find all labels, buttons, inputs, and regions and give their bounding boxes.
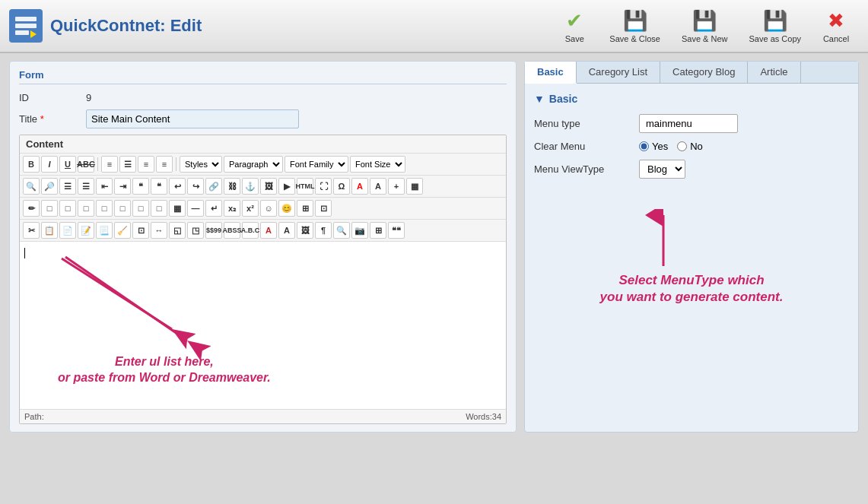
font2-button[interactable]: A	[260, 222, 277, 239]
toolbar-row-1: B I U ABC ≡ ☰ ≡ ≡ Styles Paragraph Font …	[20, 154, 506, 176]
edit2-button[interactable]: □	[41, 200, 58, 217]
toolbar-row-2: 🔍 🔎 ☰ ☰ ⇤ ⇥ ❝ ❝ ↩ ↪ 🔗 ⛓ ⚓ 🖼 ▶ HTML ⛶ Ω A…	[20, 176, 506, 198]
sup-button[interactable]: x²	[242, 200, 259, 217]
align-left-button[interactable]: ≡	[101, 156, 118, 173]
annotation-container-right: Select MenuType which you want to genera…	[534, 201, 849, 313]
toolbar-row-3: ✏ □ □ □ □ □ □ □ ▦ — ↵ x₂ x² ☺ 😊 ⊞ ⊡	[20, 198, 506, 220]
cancel-label: Cancel	[823, 34, 849, 43]
media2-button[interactable]: ⊞	[297, 200, 313, 217]
save-new-button[interactable]: 💾 Save & New	[672, 5, 737, 48]
move-button[interactable]: ↔	[151, 222, 167, 239]
indent-button[interactable]: ⇥	[114, 178, 131, 195]
cleanup-button[interactable]: 🧹	[114, 222, 131, 239]
unlink-button[interactable]: ⛓	[224, 178, 240, 195]
sub-button[interactable]: x₂	[224, 200, 240, 217]
menu-type-row: Menu type	[534, 114, 849, 133]
word-button[interactable]: ABSS	[224, 222, 240, 239]
tab-article[interactable]: Article	[748, 62, 800, 83]
table-button[interactable]: ▦	[406, 178, 423, 195]
cut-button[interactable]: ✂	[23, 222, 40, 239]
img2-button[interactable]: 📷	[351, 222, 368, 239]
insert-button[interactable]: +	[388, 178, 405, 195]
radio-no-label[interactable]: No	[677, 141, 703, 152]
resize-button[interactable]: ◱	[169, 222, 186, 239]
menu-viewtype-select[interactable]: Blog	[639, 160, 685, 179]
save-close-button[interactable]: 💾 Save & Close	[600, 5, 669, 48]
dollar-button[interactable]: $$99	[205, 222, 222, 239]
find2-button[interactable]: 🔎	[41, 178, 58, 195]
media3-button[interactable]: ⊞	[370, 222, 386, 239]
save-close-icon: 💾	[623, 9, 647, 33]
resize2-button[interactable]: ◳	[187, 222, 204, 239]
media-button[interactable]: ▶	[278, 178, 295, 195]
tab-basic[interactable]: Basic	[525, 62, 577, 84]
redo-button[interactable]: ↪	[187, 178, 204, 195]
edit3-button[interactable]: □	[59, 200, 76, 217]
copy-button[interactable]: 📋	[41, 222, 58, 239]
align-right-button[interactable]: ≡	[138, 156, 154, 173]
title-input[interactable]	[86, 109, 299, 128]
bgcolor-button[interactable]: A	[370, 178, 386, 195]
fontcolor-button[interactable]: A	[351, 178, 368, 195]
emoji-button[interactable]: ☺	[260, 200, 277, 217]
blockquote2-button[interactable]: ❝	[151, 178, 167, 195]
undo-button[interactable]: ↩	[169, 178, 186, 195]
strikethrough-button[interactable]: ABC	[78, 156, 94, 173]
save-copy-button[interactable]: 💾 Save as Copy	[740, 5, 810, 48]
outdent-button[interactable]: ⇤	[96, 178, 113, 195]
abc-button[interactable]: A.B.C	[242, 222, 259, 239]
underline-button[interactable]: U	[59, 156, 76, 173]
smiley-button[interactable]: 😊	[278, 200, 295, 217]
cancel-button[interactable]: ✖ Cancel	[813, 5, 859, 48]
editor-area[interactable]: Enter ul list here, or paste from Word o…	[20, 242, 506, 409]
italic-button[interactable]: I	[41, 156, 58, 173]
title-label: Title	[19, 113, 80, 125]
paste-button[interactable]: 📄	[59, 222, 76, 239]
save-button[interactable]: ✔ Save	[552, 5, 597, 48]
nbsp-button[interactable]: ⊡	[315, 200, 332, 217]
radio-no-input[interactable]	[677, 141, 687, 151]
hr-button[interactable]: —	[187, 200, 204, 217]
header-left: QuickContnet: Edit	[9, 9, 552, 43]
font3-button[interactable]: A	[278, 222, 295, 239]
blockquote-button[interactable]: ❝	[132, 178, 149, 195]
link-button[interactable]: 🔗	[205, 178, 222, 195]
align-justify-button[interactable]: ≡	[156, 156, 173, 173]
font-size-select[interactable]: Font Size	[350, 156, 405, 173]
radio-yes-label[interactable]: Yes	[639, 141, 668, 152]
title-row: Title	[19, 109, 507, 128]
fullscreen-button[interactable]: ⛶	[315, 178, 332, 195]
br-button[interactable]: ↵	[205, 200, 222, 217]
bold-button[interactable]: B	[23, 156, 40, 173]
edit7-button[interactable]: □	[132, 200, 149, 217]
menu-type-input[interactable]	[639, 114, 738, 133]
paste3-button[interactable]: 📃	[96, 222, 113, 239]
edit8-button[interactable]: □	[151, 200, 167, 217]
image2-button[interactable]: 🖼	[297, 222, 313, 239]
edit6-button[interactable]: □	[114, 200, 131, 217]
pilcrow-button[interactable]: ¶	[315, 222, 332, 239]
html-button[interactable]: HTML	[297, 178, 313, 195]
anchor-button[interactable]: ⚓	[242, 178, 259, 195]
edit5-button[interactable]: □	[96, 200, 113, 217]
search2-button[interactable]: 🔍	[333, 222, 350, 239]
font-family-select[interactable]: Font Family	[285, 156, 348, 173]
image-button[interactable]: 🖼	[260, 178, 277, 195]
paste2-button[interactable]: 📝	[78, 222, 94, 239]
tab-content-basic: ▼ Basic Menu type Clear Menu Yes No	[525, 84, 858, 322]
table2-button[interactable]: ▦	[169, 200, 186, 217]
quote-button[interactable]: ❝❝	[388, 222, 405, 239]
find-button[interactable]: 🔍	[23, 178, 40, 195]
bullets-button[interactable]: ☰	[59, 178, 76, 195]
select-button[interactable]: ⊡	[132, 222, 149, 239]
tab-category-blog[interactable]: Category Blog	[660, 62, 748, 83]
tab-category-list[interactable]: Caregory List	[577, 62, 660, 83]
numbers-button[interactable]: ☰	[78, 178, 94, 195]
special-button[interactable]: Ω	[333, 178, 350, 195]
radio-yes-input[interactable]	[639, 141, 649, 151]
align-center-button[interactable]: ☰	[119, 156, 136, 173]
edit4-button[interactable]: □	[78, 200, 94, 217]
format-select[interactable]: Paragraph	[224, 156, 283, 173]
styles-select[interactable]: Styles	[180, 156, 222, 173]
edit-button[interactable]: ✏	[23, 200, 40, 217]
